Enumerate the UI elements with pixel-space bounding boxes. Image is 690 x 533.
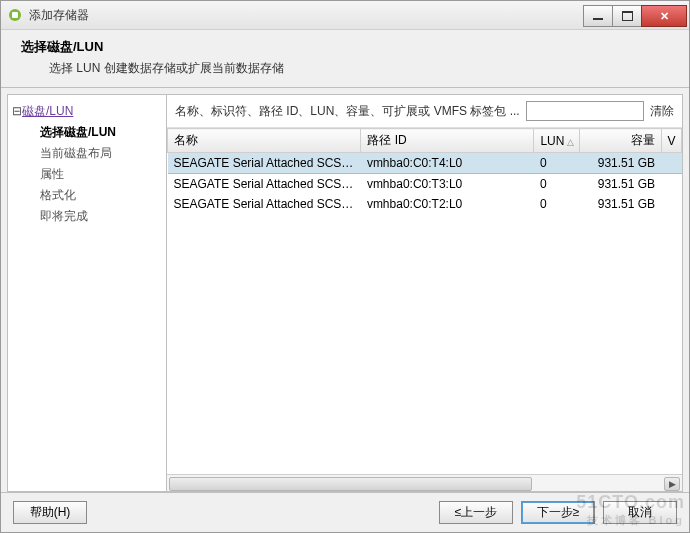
disk-table: 名称 路径 ID LUN 容量 V SEAGATE Serial Attache…	[167, 128, 682, 214]
col-lun[interactable]: LUN	[534, 129, 580, 153]
wizard-nav: 磁盘/LUN 选择磁盘/LUN当前磁盘布局属性格式化即将完成	[7, 94, 167, 492]
cell-capacity: 931.51 GB	[580, 194, 661, 214]
nav-step-2[interactable]: 属性	[12, 164, 162, 185]
content-pane: 名称、标识符、路径 ID、LUN、容量、可扩展或 VMFS 标签包 ... 清除…	[167, 94, 683, 492]
cell-name: SEAGATE Serial Attached SCSI Disk ...	[168, 174, 361, 195]
cell-name: SEAGATE Serial Attached SCSI Disk ...	[168, 194, 361, 214]
cell-name: SEAGATE Serial Attached SCSI Disk ...	[168, 153, 361, 174]
cell-lun: 0	[534, 153, 580, 174]
window-buttons	[584, 5, 687, 25]
cell-v	[661, 174, 681, 195]
maximize-button[interactable]	[612, 5, 642, 27]
col-path[interactable]: 路径 ID	[361, 129, 534, 153]
nav-step-3[interactable]: 格式化	[12, 185, 162, 206]
scrollbar-right-arrow[interactable]: ▶	[664, 477, 680, 491]
cell-path: vmhba0:C0:T2:L0	[361, 194, 534, 214]
table-row[interactable]: SEAGATE Serial Attached SCSI Disk ...vmh…	[168, 194, 682, 214]
page-title: 选择磁盘/LUN	[21, 38, 669, 56]
svg-rect-1	[12, 12, 18, 18]
cancel-button[interactable]: 取消	[603, 501, 677, 524]
col-capacity[interactable]: 容量	[580, 129, 661, 153]
close-button[interactable]	[641, 5, 687, 27]
cell-v	[661, 194, 681, 214]
filter-bar: 名称、标识符、路径 ID、LUN、容量、可扩展或 VMFS 标签包 ... 清除	[167, 95, 682, 128]
nav-step-4[interactable]: 即将完成	[12, 206, 162, 227]
filter-label: 名称、标识符、路径 ID、LUN、容量、可扩展或 VMFS 标签包 ...	[175, 103, 520, 120]
cell-capacity: 931.51 GB	[580, 174, 661, 195]
horizontal-scrollbar[interactable]: ▶	[167, 474, 682, 491]
help-button[interactable]: 帮助(H)	[13, 501, 87, 524]
table-row[interactable]: SEAGATE Serial Attached SCSI Disk ...vmh…	[168, 174, 682, 195]
col-v[interactable]: V	[661, 129, 681, 153]
app-icon	[7, 7, 23, 23]
cell-v	[661, 153, 681, 174]
back-button[interactable]: ≤上一步	[439, 501, 513, 524]
filter-clear[interactable]: 清除	[650, 103, 674, 120]
table-row[interactable]: SEAGATE Serial Attached SCSI Disk ...vmh…	[168, 153, 682, 174]
cell-path: vmhba0:C0:T3:L0	[361, 174, 534, 195]
minimize-button[interactable]	[583, 5, 613, 27]
filter-input[interactable]	[526, 101, 644, 121]
window-title: 添加存储器	[29, 7, 584, 24]
disk-table-wrap: 名称 路径 ID LUN 容量 V SEAGATE Serial Attache…	[167, 128, 682, 474]
cell-path: vmhba0:C0:T4:L0	[361, 153, 534, 174]
cell-lun: 0	[534, 174, 580, 195]
scrollbar-thumb[interactable]	[169, 477, 532, 491]
nav-step-0[interactable]: 选择磁盘/LUN	[12, 122, 162, 143]
wizard-header: 选择磁盘/LUN 选择 LUN 创建数据存储或扩展当前数据存储	[1, 30, 689, 88]
cell-lun: 0	[534, 194, 580, 214]
footer: 帮助(H) ≤上一步 下一步≥ 取消	[1, 492, 689, 532]
next-button[interactable]: 下一步≥	[521, 501, 595, 524]
col-name[interactable]: 名称	[168, 129, 361, 153]
nav-step-1[interactable]: 当前磁盘布局	[12, 143, 162, 164]
disk-tbody: SEAGATE Serial Attached SCSI Disk ...vmh…	[168, 153, 682, 215]
page-subtitle: 选择 LUN 创建数据存储或扩展当前数据存储	[49, 60, 669, 77]
nav-root[interactable]: 磁盘/LUN	[12, 101, 162, 122]
cell-capacity: 931.51 GB	[580, 153, 661, 174]
titlebar: 添加存储器	[1, 1, 689, 30]
